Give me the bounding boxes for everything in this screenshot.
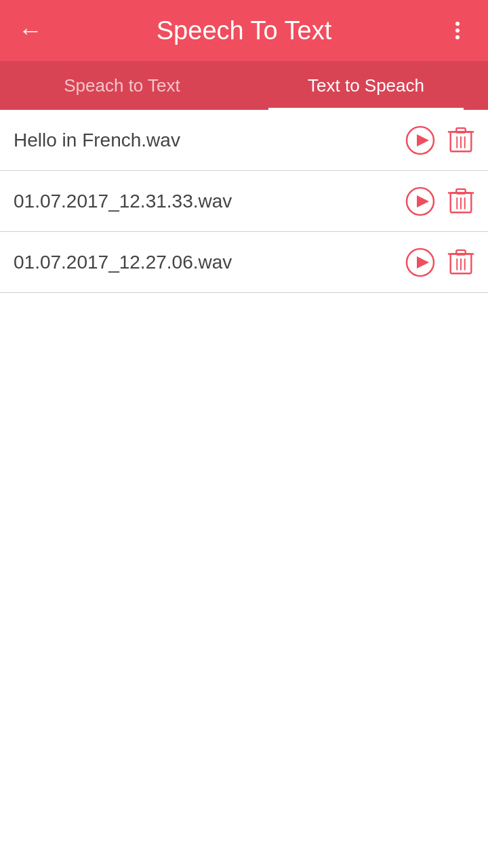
file-item: Hello in French.wav (0, 110, 488, 171)
file-actions (405, 186, 474, 216)
back-icon: ← (18, 16, 43, 45)
dot-icon (455, 22, 460, 26)
file-actions (405, 125, 474, 155)
back-button[interactable]: ← (14, 16, 47, 45)
file-name: 01.07.2017_12.31.33.wav (14, 191, 405, 212)
play-icon (405, 248, 435, 277)
tab-bar: Speach to Text Text to Speach (0, 61, 488, 110)
play-button[interactable] (405, 125, 435, 155)
file-actions (405, 248, 474, 277)
play-button[interactable] (405, 248, 435, 277)
file-name: Hello in French.wav (14, 130, 405, 151)
file-name: 01.07.2017_12.27.06.wav (14, 252, 405, 273)
svg-rect-20 (456, 250, 465, 254)
delete-button[interactable] (447, 248, 474, 277)
app-bar: ← Speech To Text (0, 0, 488, 61)
tab-speech-to-text-label: Speach to Text (64, 75, 180, 96)
file-list: Hello in French.wav 01.07.2 (0, 110, 488, 293)
svg-rect-4 (456, 127, 465, 132)
file-item: 01.07.2017_12.31.33.wav (0, 171, 488, 232)
play-icon (405, 186, 435, 216)
svg-marker-9 (417, 195, 429, 208)
more-button[interactable] (441, 22, 474, 39)
trash-icon (447, 186, 474, 216)
tab-text-to-speech[interactable]: Text to Speach (244, 61, 488, 110)
play-icon (405, 125, 435, 155)
delete-button[interactable] (447, 186, 474, 216)
svg-rect-12 (456, 189, 465, 193)
delete-button[interactable] (447, 125, 474, 155)
app-title: Speech To Text (47, 16, 441, 45)
dot-icon (455, 28, 460, 33)
trash-icon (447, 248, 474, 277)
tab-text-to-speech-label: Text to Speach (308, 75, 424, 96)
svg-marker-17 (417, 256, 429, 269)
file-item: 01.07.2017_12.27.06.wav (0, 232, 488, 293)
dot-icon (455, 35, 460, 39)
trash-icon (447, 125, 474, 155)
play-button[interactable] (405, 186, 435, 216)
tab-speech-to-text[interactable]: Speach to Text (0, 61, 244, 110)
svg-marker-1 (417, 134, 429, 146)
